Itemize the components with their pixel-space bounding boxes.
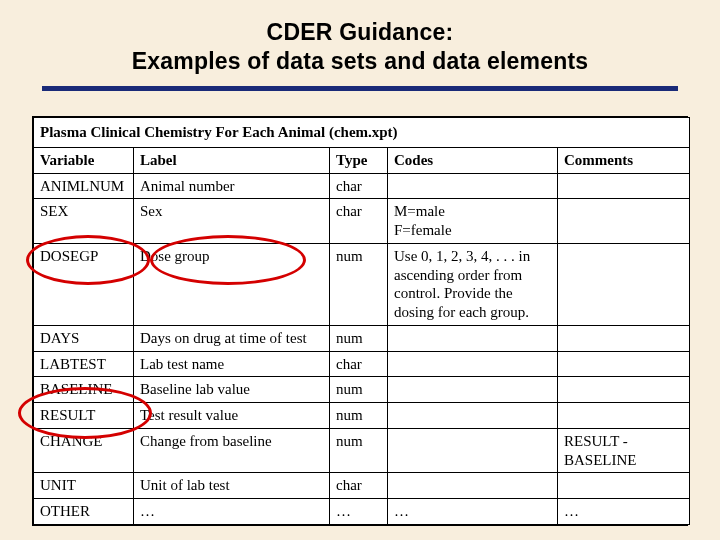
cell-comments — [558, 351, 690, 377]
cell-type: num — [330, 377, 388, 403]
table-header-row: Variable Label Type Codes Comments — [34, 147, 690, 173]
table-section-title-row: Plasma Clinical Chemistry For Each Anima… — [34, 118, 690, 148]
cell-type: num — [330, 428, 388, 473]
col-type: Type — [330, 147, 388, 173]
cell-comments — [558, 173, 690, 199]
table-row: BASELINE Baseline lab value num — [34, 377, 690, 403]
cell-variable: DOSEGP — [34, 243, 134, 325]
table-row: UNIT Unit of lab test char — [34, 473, 690, 499]
table-row: DOSEGP Dose group num Use 0, 1, 2, 3, 4,… — [34, 243, 690, 325]
title-line-2: Examples of data sets and data elements — [132, 48, 588, 74]
cell-label: Unit of lab test — [134, 473, 330, 499]
table-row: OTHER … … … … — [34, 499, 690, 525]
cell-type: … — [330, 499, 388, 525]
cell-codes: … — [388, 499, 558, 525]
table-row: LABTEST Lab test name char — [34, 351, 690, 377]
cell-codes: Use 0, 1, 2, 3, 4, . . . in ascending or… — [388, 243, 558, 325]
slide: CDER Guidance: Examples of data sets and… — [0, 0, 720, 540]
table-section-title: Plasma Clinical Chemistry For Each Anima… — [34, 118, 690, 148]
cell-comments — [558, 403, 690, 429]
cell-label: Baseline lab value — [134, 377, 330, 403]
cell-variable: OTHER — [34, 499, 134, 525]
col-label: Label — [134, 147, 330, 173]
cell-variable: SEX — [34, 199, 134, 244]
cell-codes — [388, 351, 558, 377]
title-underline — [42, 86, 678, 91]
cell-variable: RESULT — [34, 403, 134, 429]
cell-codes — [388, 377, 558, 403]
cell-type: char — [330, 199, 388, 244]
data-table-container: Plasma Clinical Chemistry For Each Anima… — [32, 116, 688, 526]
cell-codes — [388, 428, 558, 473]
cell-label: Days on drug at time of test — [134, 325, 330, 351]
cell-variable: CHANGE — [34, 428, 134, 473]
cell-type: char — [330, 351, 388, 377]
table-row: ANIMLNUM Animal number char — [34, 173, 690, 199]
table-row: SEX Sex char M=male F=female — [34, 199, 690, 244]
col-comments: Comments — [558, 147, 690, 173]
cell-codes — [388, 403, 558, 429]
cell-type: num — [330, 243, 388, 325]
col-codes: Codes — [388, 147, 558, 173]
data-table: Plasma Clinical Chemistry For Each Anima… — [33, 117, 690, 525]
cell-comments — [558, 199, 690, 244]
cell-label: Sex — [134, 199, 330, 244]
cell-label: Change from baseline — [134, 428, 330, 473]
cell-codes — [388, 325, 558, 351]
cell-comments — [558, 325, 690, 351]
title-line-1: CDER Guidance: — [267, 19, 454, 45]
cell-label: Test result value — [134, 403, 330, 429]
cell-type: char — [330, 473, 388, 499]
cell-comments: … — [558, 499, 690, 525]
cell-comments: RESULT - BASELINE — [558, 428, 690, 473]
cell-label: Dose group — [134, 243, 330, 325]
table-row: RESULT Test result value num — [34, 403, 690, 429]
col-variable: Variable — [34, 147, 134, 173]
cell-comments — [558, 377, 690, 403]
cell-label: … — [134, 499, 330, 525]
cell-variable: DAYS — [34, 325, 134, 351]
cell-variable: BASELINE — [34, 377, 134, 403]
table-row: DAYS Days on drug at time of test num — [34, 325, 690, 351]
table-row: CHANGE Change from baseline num RESULT -… — [34, 428, 690, 473]
cell-variable: ANIMLNUM — [34, 173, 134, 199]
cell-comments — [558, 473, 690, 499]
cell-type: char — [330, 173, 388, 199]
cell-label: Animal number — [134, 173, 330, 199]
slide-title: CDER Guidance: Examples of data sets and… — [0, 18, 720, 76]
cell-type: num — [330, 325, 388, 351]
cell-codes: M=male F=female — [388, 199, 558, 244]
cell-label: Lab test name — [134, 351, 330, 377]
cell-type: num — [330, 403, 388, 429]
cell-comments — [558, 243, 690, 325]
cell-codes — [388, 473, 558, 499]
cell-variable: UNIT — [34, 473, 134, 499]
cell-variable: LABTEST — [34, 351, 134, 377]
cell-codes — [388, 173, 558, 199]
